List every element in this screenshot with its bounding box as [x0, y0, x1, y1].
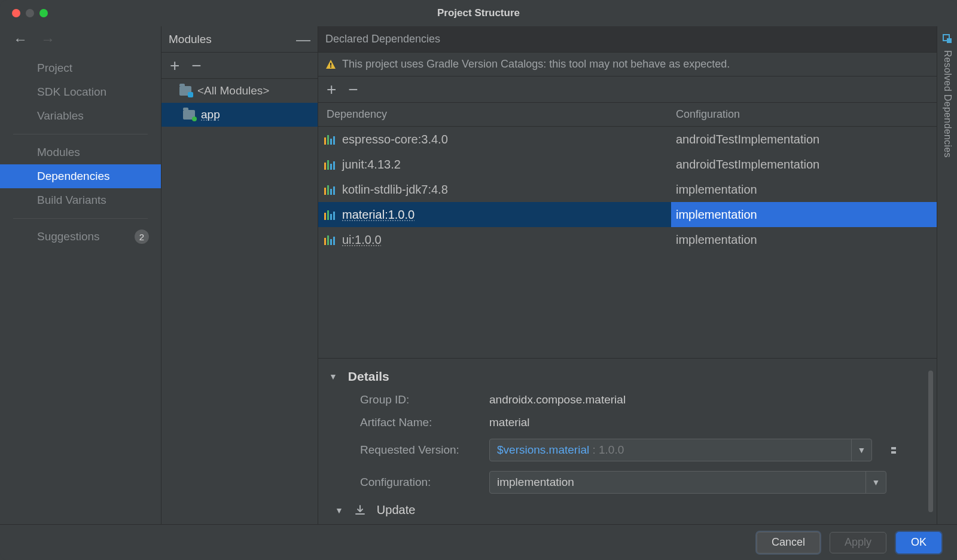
- modules-header: Modules —: [161, 26, 318, 53]
- apply-button[interactable]: Apply: [830, 532, 886, 553]
- update-section-header[interactable]: ▼ Update: [329, 503, 926, 517]
- declared-dependencies-header: Declared Dependencies: [318, 26, 937, 53]
- column-configuration: Configuration: [671, 108, 937, 121]
- requested-version-text: $versions.material : 1.0.0: [490, 443, 851, 457]
- dependency-config: implementation: [671, 183, 937, 197]
- resolved-deps-label: Resolved Dependencies: [942, 50, 953, 158]
- nav-item-modules[interactable]: Modules: [0, 140, 161, 164]
- nav-item-sdk-location[interactable]: SDK Location: [0, 80, 161, 104]
- remove-module-button[interactable]: −: [191, 57, 201, 74]
- modules-tree: <All Modules> app: [161, 79, 318, 524]
- library-icon: [324, 159, 335, 170]
- requested-version-combo[interactable]: $versions.material : 1.0.0 ▼: [489, 439, 872, 461]
- add-dependency-button[interactable]: +: [327, 81, 336, 98]
- chevron-down-icon: ▼: [329, 372, 337, 381]
- artifact-name-label: Artifact Name:: [360, 416, 477, 429]
- nav-forward-icon[interactable]: →: [41, 31, 55, 48]
- nav-item-suggestions[interactable]: Suggestions 2: [0, 225, 161, 249]
- dependency-name: material:1.0.0: [342, 208, 415, 222]
- ok-button[interactable]: OK: [896, 532, 941, 553]
- titlebar: Project Structure: [0, 0, 957, 26]
- add-module-button[interactable]: +: [170, 57, 179, 74]
- modules-toolbar: + −: [161, 53, 318, 79]
- nav-separator: [13, 134, 148, 134]
- folder-icon: [183, 110, 195, 120]
- module-label: <All Modules>: [197, 84, 269, 97]
- dependency-row[interactable]: junit:4.13.2 androidTestImplementation: [318, 152, 937, 177]
- nav-item-build-variants[interactable]: Build Variants: [0, 188, 161, 212]
- left-category-nav: ← → Project SDK Location Variables Modul…: [0, 26, 161, 524]
- dependency-config: implementation: [671, 202, 937, 227]
- dependency-row[interactable]: ui:1.0.0 implementation: [318, 227, 937, 252]
- artifact-name-value: material: [489, 416, 530, 429]
- details-title: Details: [348, 369, 389, 384]
- dependency-name: espresso-core:3.4.0: [342, 133, 448, 146]
- column-dependency: Dependency: [318, 108, 671, 121]
- dependency-row[interactable]: kotlin-stdlib-jdk7:4.8 implementation: [318, 177, 937, 202]
- nav-item-dependencies[interactable]: Dependencies: [0, 164, 161, 188]
- history-icon[interactable]: [891, 447, 896, 454]
- dependencies-columns-header: Dependency Configuration: [318, 103, 937, 127]
- update-title: Update: [377, 503, 416, 517]
- group-id-label: Group ID:: [360, 393, 477, 406]
- window-title: Project Structure: [0, 7, 957, 19]
- library-icon: [324, 234, 335, 245]
- nav-item-variables[interactable]: Variables: [0, 104, 161, 128]
- dependencies-toolbar: + −: [318, 76, 937, 103]
- dependency-config: androidTestImplementation: [671, 133, 937, 146]
- library-icon: [324, 184, 335, 195]
- warning-icon: [325, 59, 336, 70]
- modules-panel: Modules — + − <All Modules> app: [161, 26, 318, 524]
- resolved-deps-icon: [942, 33, 953, 44]
- remove-dependency-button[interactable]: −: [348, 81, 358, 98]
- details-header[interactable]: ▼ Details: [329, 369, 926, 384]
- svg-rect-4: [947, 38, 952, 43]
- dialog-footer: Cancel Apply OK: [0, 524, 957, 560]
- nav-back-icon[interactable]: ←: [13, 31, 28, 48]
- chevron-down-icon[interactable]: ▼: [851, 439, 871, 461]
- module-app[interactable]: app: [161, 103, 318, 127]
- group-id-value: androidx.compose.material: [489, 393, 626, 406]
- configuration-combo[interactable]: implementation ▼: [489, 471, 886, 494]
- dependency-row[interactable]: material:1.0.0 implementation: [318, 202, 937, 227]
- project-structure-window: Project Structure ← → Project SDK Locati…: [0, 0, 957, 560]
- modules-title: Modules: [169, 33, 212, 46]
- module-all[interactable]: <All Modules>: [161, 79, 318, 103]
- module-label: app: [201, 108, 220, 121]
- dialog-body: ← → Project SDK Location Variables Modul…: [0, 26, 957, 524]
- dependency-row[interactable]: espresso-core:3.4.0 androidTestImplement…: [318, 127, 937, 152]
- dependency-config: implementation: [671, 233, 937, 247]
- configuration-label: Configuration:: [360, 476, 477, 489]
- nav-history: ← →: [0, 26, 161, 53]
- download-icon: [354, 504, 366, 516]
- dependency-name: ui:1.0.0: [342, 233, 382, 247]
- library-icon: [324, 134, 335, 145]
- folder-icon: [179, 86, 191, 96]
- resolved-dependencies-tab[interactable]: Resolved Dependencies: [937, 26, 957, 524]
- library-icon: [324, 209, 335, 220]
- chevron-down-icon: ▼: [335, 506, 343, 515]
- nav-separator: [13, 218, 148, 219]
- dependencies-list: espresso-core:3.4.0 androidTestImplement…: [318, 127, 937, 252]
- gradle-catalog-warning: This project uses Gradle Version Catalog…: [318, 53, 937, 76]
- collapse-modules-icon[interactable]: —: [296, 31, 310, 48]
- warning-text: This project uses Gradle Version Catalog…: [342, 58, 730, 71]
- svg-rect-2: [330, 66, 331, 68]
- requested-version-label: Requested Version:: [360, 443, 477, 457]
- svg-rect-1: [330, 63, 331, 66]
- dependency-details: ▼ Details Group ID: androidx.compose.mat…: [318, 358, 937, 524]
- dependency-config: androidTestImplementation: [671, 158, 937, 172]
- dependencies-panel: Declared Dependencies This project uses …: [318, 26, 937, 524]
- details-scrollbar[interactable]: [928, 371, 933, 512]
- configuration-value: implementation: [490, 476, 865, 489]
- dependency-name: junit:4.13.2: [342, 158, 401, 172]
- nav-item-project[interactable]: Project: [0, 56, 161, 80]
- suggestions-count-badge: 2: [135, 229, 149, 244]
- chevron-down-icon[interactable]: ▼: [865, 472, 886, 493]
- cancel-button[interactable]: Cancel: [757, 532, 820, 553]
- dependency-name: kotlin-stdlib-jdk7:4.8: [342, 183, 448, 197]
